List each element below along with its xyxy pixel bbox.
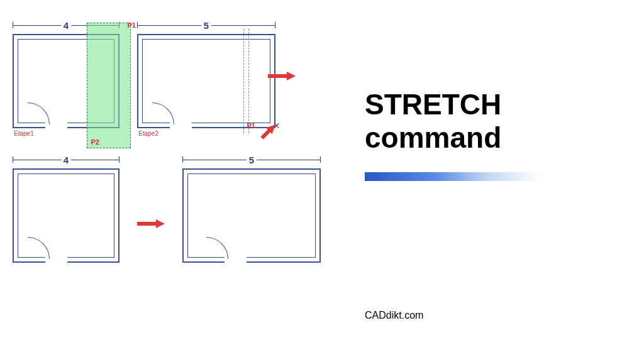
- title-line-2: command: [365, 121, 619, 155]
- dimension-value: 4: [61, 155, 71, 165]
- dimension-value: 5: [201, 20, 211, 31]
- point-label-p1: P1: [247, 122, 255, 129]
- title-line-1: STRETCH: [365, 88, 619, 121]
- dimension-line: 4: [13, 153, 119, 166]
- floorplan-shape: Etape2 P1 ✕: [137, 34, 275, 128]
- stretch-arrow-icon: [258, 121, 278, 141]
- diagram-before-selection: 4 P1 P2 Etape1: [13, 19, 119, 128]
- diagram-after-stretch: 5 Etape2 P1 ✕: [137, 19, 275, 128]
- site-credit: CADdikt.com: [365, 310, 423, 321]
- accent-bar: [365, 172, 541, 181]
- dimension-value: 4: [61, 20, 71, 31]
- diagram-row-2: 4 5: [13, 153, 340, 263]
- floorplan-shape: [13, 168, 119, 263]
- dimension-line: 5: [182, 153, 321, 166]
- dimension-value: 5: [247, 155, 257, 165]
- step-label: Etape1: [14, 130, 34, 137]
- floorplan-shape: [182, 168, 321, 263]
- page-title: STRETCH command: [365, 88, 619, 155]
- title-panel: STRETCH command CADdikt.com: [352, 0, 644, 362]
- step-label: Etape2: [138, 130, 158, 137]
- diagram-row-1: 4 P1 P2 Etape1 5: [13, 19, 340, 128]
- point-label-p2: P2: [91, 138, 99, 146]
- transform-arrow-icon: [137, 219, 165, 228]
- point-label-p1: P1: [128, 21, 136, 29]
- crossing-selection-window: [87, 23, 131, 148]
- floorplan-shape: P1 P2 Etape1: [13, 34, 119, 128]
- diagram-result: 5: [182, 153, 321, 263]
- diagram-panel: 4 P1 P2 Etape1 5: [0, 0, 352, 362]
- stretch-arrow-icon: [268, 72, 296, 80]
- diagram-original: 4: [13, 153, 119, 263]
- dimension-line: 5: [137, 19, 275, 31]
